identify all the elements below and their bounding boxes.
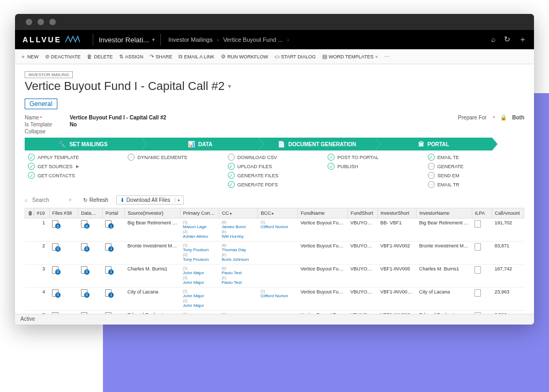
lock-icon: 🔒 <box>500 115 507 120</box>
substep-item[interactable]: ✓GET SOURCES▶ <box>28 163 124 170</box>
col-header[interactable]: BCC▸ <box>258 208 298 218</box>
col-header[interactable]: ILPA <box>472 208 492 218</box>
window-dot <box>49 19 56 25</box>
document-icon[interactable] <box>474 266 481 274</box>
refresh-button[interactable]: ↻Refresh <box>79 195 112 205</box>
file-icon[interactable]: 0 <box>52 243 58 251</box>
download-icon: ⬇ <box>120 197 124 203</box>
file-icon[interactable]: 1 <box>105 220 112 228</box>
check-icon: ✓ <box>28 163 35 170</box>
file-icon[interactable]: 0 <box>81 220 87 228</box>
substep-item[interactable]: ✓GENERATE PDFS <box>228 181 324 188</box>
file-icon[interactable]: 0 <box>81 289 87 297</box>
app-window: ALLVUE Investor Relati... ▾ Investor Mai… <box>15 14 534 325</box>
table-row[interactable]: 3001Charles M. Burns1(1) John Major(2) J… <box>25 264 524 287</box>
col-header[interactable]: InvestorName <box>417 208 472 218</box>
chevron-right-icon[interactable]: ▸ <box>272 211 274 216</box>
col-header[interactable]: Source(Investor) <box>125 208 180 218</box>
col-header[interactable]: CallAmount <box>492 208 524 218</box>
chevron-right-icon: ▶ <box>76 164 79 169</box>
substep-item[interactable]: ✓PUBLISH <box>328 163 424 170</box>
document-icon[interactable] <box>474 220 481 228</box>
module-switcher[interactable]: Investor Relati... ▾ <box>99 36 155 44</box>
substep-item[interactable]: ✓GET CONTACTS <box>28 172 124 179</box>
substep-item[interactable]: ✓UPLOAD FILES <box>228 163 324 170</box>
file-icon[interactable]: 0 <box>81 266 87 274</box>
file-icon[interactable]: 0 <box>52 266 58 274</box>
step-document-generation[interactable]: 📄DOCUMENT GENERATION <box>258 138 375 150</box>
cmd-new[interactable]: ＋NEW <box>20 53 39 61</box>
file-icon[interactable]: 0 <box>52 220 58 228</box>
download-all-button[interactable]: ⬇Download All Files▸ <box>116 195 184 205</box>
cmd-assign[interactable]: ⇅ASSIGN <box>119 54 143 59</box>
table-row[interactable]: 4001City of Lacana(1) John Major(2) John… <box>25 287 524 310</box>
file-icon[interactable]: 1 <box>105 289 112 297</box>
cmd-overflow[interactable]: ⋯ <box>384 54 390 59</box>
plus-icon: ＋ <box>20 53 26 61</box>
recent-icon[interactable]: ↻ <box>504 35 510 44</box>
col-header[interactable]: FundName <box>298 208 347 218</box>
substep-item[interactable]: ⋯SEND EM <box>428 172 524 179</box>
check-icon: ✓ <box>28 154 35 161</box>
col-header[interactable]: Files #38 <box>49 208 78 218</box>
col-header[interactable]: 🗑 <box>25 208 34 218</box>
col-header[interactable]: Primary Contact▸ <box>180 208 219 218</box>
chevron-right-icon: › <box>217 36 219 43</box>
step-data[interactable]: 📊DATA <box>142 138 258 150</box>
col-header[interactable]: Portal <box>102 208 124 218</box>
col-header[interactable]: InvestorShort <box>377 208 416 218</box>
new-icon[interactable]: ＋ <box>519 35 526 44</box>
cmd-deactivate[interactable]: ⊘DEACTIVATE <box>45 54 80 59</box>
chevron-right-icon[interactable]: ▸ <box>175 198 180 202</box>
substep-item[interactable]: ✓GENERATE FILES <box>228 172 324 179</box>
file-icon[interactable]: 1 <box>105 266 112 274</box>
title-dropdown-icon[interactable]: ▾ <box>228 82 231 90</box>
section-general[interactable]: General <box>25 99 57 109</box>
col-header[interactable]: DataRo... <box>78 208 103 218</box>
substep-item[interactable]: ✓POST TO PORTAL <box>328 154 424 161</box>
file-icon[interactable]: 1 <box>105 243 112 251</box>
link-icon: ⧉ <box>179 54 182 60</box>
col-header[interactable]: FundShort <box>347 208 377 218</box>
field-label[interactable]: Collapse <box>25 129 70 134</box>
app-topbar: ALLVUE Investor Relati... ▾ Investor Mai… <box>15 30 534 49</box>
substep-item[interactable]: ⋯DYNAMIC ELEMENTS <box>128 154 224 161</box>
step-set-mailings[interactable]: 🔧SET MAILINGS <box>25 138 142 150</box>
col-header[interactable]: #19 <box>34 208 49 218</box>
table-row[interactable]: 1001Big Bear Retirement F...(1) Mason La… <box>25 218 524 242</box>
table-row[interactable]: 2001Bronte Investment Ma...(1) Tony Poul… <box>25 241 524 264</box>
document-icon[interactable] <box>474 243 481 251</box>
process-substeps: ✓APPLY TEMPLATE✓GET SOURCES▶✓GET CONTACT… <box>25 154 524 190</box>
substep-item[interactable]: ⋯GENERATE <box>428 163 524 170</box>
table-row[interactable]: 5001Edward Rochester(1) Sonia Arraut(2) … <box>25 310 524 314</box>
step-icon: 🔧 <box>58 141 66 148</box>
breadcrumb-item[interactable]: Vertice Buyout Fund ... <box>223 36 283 43</box>
field-name-value[interactable]: Vertice Buyout Fund I - Capital Call #2 <box>70 115 166 120</box>
cmd-word-templates[interactable]: ▤WORD TEMPLATES▾ <box>322 54 378 59</box>
substep-item[interactable]: ✓EMAIL TE <box>428 154 524 161</box>
step-portal[interactable]: 🏛PORTAL <box>375 138 492 150</box>
field-template-value[interactable]: No <box>70 122 77 127</box>
app-logo[interactable]: ALLVUE <box>23 35 80 44</box>
ellipsis-icon: ⋯ <box>428 181 435 188</box>
file-icon[interactable]: 0 <box>81 243 87 251</box>
cmd-share[interactable]: ↷SHARE <box>150 54 172 59</box>
cmd-delete[interactable]: 🗑DELETE <box>87 54 113 59</box>
substep-item[interactable]: ✓APPLY TEMPLATE <box>28 154 124 161</box>
grid-search-input[interactable] <box>32 197 64 203</box>
clear-icon[interactable]: × <box>69 197 72 203</box>
workflow-icon: ⚙ <box>221 54 226 59</box>
substep-item[interactable]: ⋯DOWNLOAD CSV <box>228 154 324 161</box>
cmd-start-dialog[interactable]: ▭START DIALOG <box>274 54 316 59</box>
cmd-email-link[interactable]: ⧉EMAIL A LINK <box>179 54 214 60</box>
document-icon[interactable] <box>474 289 481 297</box>
substep-item[interactable]: ⋯EMAIL TR <box>428 181 524 188</box>
chevron-right-icon[interactable]: ▸ <box>230 211 232 216</box>
breadcrumb-item[interactable]: Investor Mailings <box>168 36 213 43</box>
check-icon: ✓ <box>228 172 235 179</box>
col-header[interactable]: CC▸ <box>219 208 258 218</box>
search-icon[interactable]: ⌕ <box>491 35 495 44</box>
file-icon[interactable]: 0 <box>52 289 58 297</box>
cmd-run-workflow[interactable]: ⚙RUN WORKFLOW <box>221 54 268 59</box>
step-icon: 📄 <box>278 141 285 148</box>
